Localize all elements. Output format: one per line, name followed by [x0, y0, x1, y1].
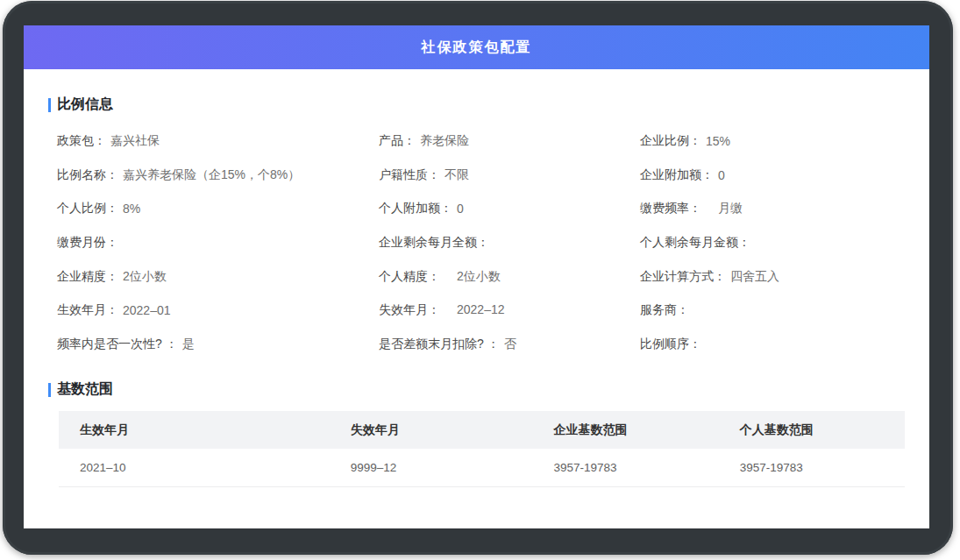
field: 企业精度：2位小数 — [57, 259, 379, 294]
field: 个人附加额：0 — [379, 192, 640, 226]
table-row: 2021–109999–123957-197833957-19783 — [59, 449, 905, 486]
table-header-cell: 个人基数范围 — [719, 411, 905, 449]
base-table-head-row: 生效年月失效年月企业基数范围个人基数范围 — [59, 411, 905, 449]
field: 是否差额末月扣除? ：否 — [379, 328, 640, 362]
field-label: 企业精度： — [57, 269, 118, 285]
ratio-form: 政策包：嘉兴社保产品：养老保险企业比例：15%比例名称：嘉兴养老保险（企15%，… — [57, 124, 905, 361]
field-value: 8% — [118, 202, 140, 216]
field-label: 企业计算方式： — [640, 269, 726, 285]
base-range-table-wrap: 生效年月失效年月企业基数范围个人基数范围 2021–109999–123957-… — [59, 411, 905, 487]
field: 个人剩余每月金额： — [640, 226, 905, 260]
field-label: 企业比例： — [640, 133, 701, 149]
field: 失效年月： 2022–12 — [379, 294, 640, 328]
field: 企业剩余每月全额： — [379, 226, 640, 260]
table-cell: 3957-19783 — [719, 449, 905, 486]
field-label: 企业剩余每月全额： — [379, 235, 489, 251]
table-header-cell: 企业基数范围 — [532, 411, 718, 449]
page-title: 社保政策包配置 — [422, 39, 532, 57]
field: 个人精度： 2位小数 — [379, 259, 640, 294]
field-value: 不限 — [440, 167, 469, 183]
field-value: 养老保险 — [416, 133, 469, 149]
field-value: 2022–01 — [118, 303, 171, 317]
field-value: 2022–12 — [440, 302, 505, 318]
field: 个人比例：8% — [57, 192, 379, 226]
field-value: 嘉兴社保 — [106, 133, 160, 149]
base-range-table: 生效年月失效年月企业基数范围个人基数范围 2021–109999–123957-… — [59, 411, 905, 487]
field-label: 频率内是否一次性? ： — [57, 337, 178, 352]
field: 缴费频率： 月缴 — [640, 192, 905, 226]
field-label: 个人剩余每月金额： — [640, 235, 750, 251]
field-value: 四舍五入 — [726, 269, 779, 285]
field: 户籍性质：不限 — [379, 159, 640, 193]
table-cell: 9999–12 — [330, 449, 533, 486]
section-title-base-range: 基数范围 — [48, 380, 905, 399]
field-value: 0 — [452, 202, 464, 216]
field-label: 政策包： — [57, 133, 106, 149]
field-value: 0 — [714, 168, 725, 182]
field-label: 企业附加额： — [640, 167, 714, 183]
field-label: 户籍性质： — [379, 167, 440, 183]
section-title-label: 基数范围 — [57, 380, 113, 399]
field-value: 是 — [178, 337, 195, 352]
field: 比例顺序： — [640, 328, 905, 362]
field-label: 缴费月份： — [57, 235, 118, 251]
section-title-label: 比例信息 — [57, 96, 113, 114]
field: 生效年月：2022–01 — [57, 294, 379, 328]
field-label: 服务商： — [640, 302, 689, 318]
field-value: 否 — [500, 337, 516, 352]
table-header-cell: 失效年月 — [330, 411, 533, 449]
field-label: 产品： — [379, 133, 416, 149]
base-table-body: 2021–109999–123957-197833957-19783 — [59, 449, 905, 486]
field: 频率内是否一次性? ：是 — [57, 328, 379, 362]
section-bar-icon — [48, 98, 51, 112]
field-label: 个人精度： — [379, 269, 440, 285]
field-label: 个人比例： — [57, 201, 118, 216]
field-value: 月缴 — [701, 201, 743, 216]
app-window: 社保政策包配置 比例信息 政策包：嘉兴社保产品：养老保险企业比例：15%比例名称… — [24, 25, 929, 528]
field-label: 生效年月： — [57, 302, 118, 318]
section-title-ratio-info: 比例信息 — [48, 96, 905, 114]
field: 服务商： — [640, 294, 905, 328]
field: 缴费月份： — [57, 226, 379, 260]
field-label: 缴费频率： — [640, 201, 701, 216]
field: 企业计算方式：四舍五入 — [640, 259, 905, 294]
field-value: 15% — [701, 134, 730, 148]
main-content: 比例信息 政策包：嘉兴社保产品：养老保险企业比例：15%比例名称：嘉兴养老保险（… — [24, 96, 929, 487]
field-value: 嘉兴养老保险（企15%，个8%） — [118, 167, 300, 183]
title-bar: 社保政策包配置 — [24, 25, 929, 69]
section-bar-icon — [48, 383, 51, 397]
field: 企业比例：15% — [640, 124, 905, 159]
table-cell: 3957-19783 — [532, 449, 718, 486]
field-label: 是否差额末月扣除? ： — [379, 337, 500, 352]
device-frame: 社保政策包配置 比例信息 政策包：嘉兴社保产品：养老保险企业比例：15%比例名称… — [3, 1, 953, 555]
table-header-cell: 生效年月 — [59, 411, 330, 449]
field-value: 2位小数 — [118, 269, 167, 285]
field-value: 2位小数 — [440, 269, 501, 285]
field: 政策包：嘉兴社保 — [57, 124, 379, 159]
field: 企业附加额：0 — [640, 159, 905, 193]
field-label: 比例名称： — [57, 167, 118, 183]
field: 产品：养老保险 — [379, 124, 640, 159]
field: 比例名称：嘉兴养老保险（企15%，个8%） — [57, 159, 379, 193]
table-cell: 2021–10 — [59, 449, 330, 486]
field-label: 失效年月： — [379, 302, 440, 318]
field-label: 比例顺序： — [640, 337, 701, 352]
field-label: 个人附加额： — [379, 201, 452, 216]
